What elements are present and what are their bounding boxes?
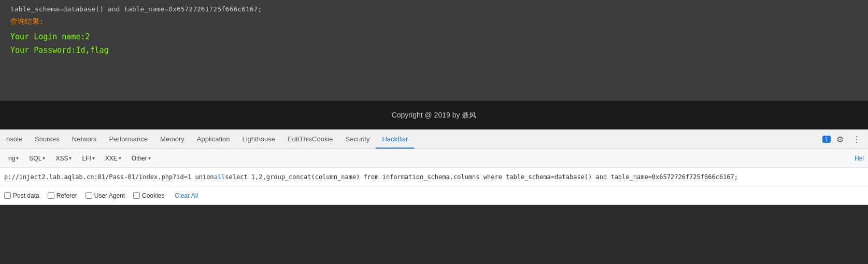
hackbar-other-btn[interactable]: Other ▾ [127, 153, 155, 164]
referer-checkbox-label[interactable]: Referer [48, 192, 77, 199]
referer-label: Referer [56, 192, 77, 199]
notification-badge: 1 [822, 136, 831, 143]
tab-hackbar[interactable]: HackBar [376, 130, 414, 149]
hackbar-xss-btn[interactable]: XSS ▾ [51, 153, 76, 164]
chevron-down-icon: ▾ [16, 155, 19, 161]
url-suffix: select 1,2,group_concat(column_name) fro… [225, 173, 738, 181]
tab-security[interactable]: Security [339, 130, 376, 149]
chevron-down-icon: ▾ [119, 155, 121, 161]
tab-editthiscookie[interactable]: EditThisCookie [281, 130, 339, 149]
clear-all-button[interactable]: Clear All [175, 192, 198, 199]
cookies-checkbox[interactable] [133, 192, 140, 199]
more-icon: ⋮ [852, 135, 861, 144]
referer-checkbox[interactable] [48, 192, 54, 199]
post-data-row: Post data Referer User Agent Cookies Cle… [0, 186, 868, 205]
settings-button[interactable]: ⚙ [833, 132, 847, 146]
post-data-checkbox-label[interactable]: Post data [4, 192, 39, 199]
settings-icon: ⚙ [836, 135, 844, 144]
login-info: Your Login name:2 Your Password:Id,flag [10, 31, 858, 57]
login-name: Your Login name:2 [10, 31, 858, 44]
user-agent-label: User Agent [94, 192, 125, 199]
hackbar-load-btn[interactable]: ng ▾ [4, 153, 23, 164]
user-agent-checkbox[interactable] [86, 192, 92, 199]
tab-application[interactable]: Application [191, 130, 236, 149]
hackbar-xxe-btn[interactable]: XXE ▾ [101, 153, 125, 164]
main-content-area: table_schema=database() and table_name=0… [0, 0, 868, 101]
url-keyword-all: all [214, 173, 225, 181]
url-prefix: p://inject2.lab.aqlab.cn:81/Pass-01/inde… [4, 173, 214, 181]
tab-sources[interactable]: Sources [29, 130, 66, 149]
tab-performance[interactable]: Performance [103, 130, 153, 149]
tab-network[interactable]: Network [66, 130, 103, 149]
login-password: Your Password:Id,flag [10, 44, 858, 57]
tab-lighthouse[interactable]: Lighthouse [236, 130, 281, 149]
tab-memory[interactable]: Memory [154, 130, 191, 149]
hackbar-lfi-btn[interactable]: LFI ▾ [78, 153, 98, 164]
hackbar-sql-btn[interactable]: SQL ▾ [25, 153, 49, 164]
post-data-label: Post data [13, 192, 39, 199]
query-result-label: 查询结果: [10, 17, 858, 26]
copyright-bar: Copyright @ 2019 by 聂风 [0, 101, 868, 129]
chevron-down-icon: ▾ [42, 155, 45, 161]
hackbar-help-btn[interactable]: Hel [855, 155, 864, 162]
more-options-button[interactable]: ⋮ [849, 132, 864, 146]
cookies-checkbox-label[interactable]: Cookies [133, 192, 164, 199]
url-input-bar[interactable]: p://inject2.lab.aqlab.cn:81/Pass-01/inde… [0, 168, 868, 186]
code-line: table_schema=database() and table_name=0… [10, 5, 858, 13]
post-data-checkbox[interactable] [4, 192, 11, 199]
user-agent-checkbox-label[interactable]: User Agent [86, 192, 125, 199]
hackbar-toolbar: ng ▾ SQL ▾ XSS ▾ LFI ▾ XXE ▾ Other ▾ Hel [0, 149, 868, 168]
chevron-down-icon: ▾ [92, 155, 95, 161]
cookies-label: Cookies [142, 192, 164, 199]
chevron-down-icon: ▾ [148, 155, 151, 161]
tab-console[interactable]: nsole [0, 130, 29, 149]
devtools-tab-bar: nsole Sources Network Performance Memory… [0, 129, 868, 149]
chevron-down-icon: ▾ [69, 155, 72, 161]
copyright-text: Copyright @ 2019 by 聂风 [392, 111, 477, 120]
devtools-right-controls: 1 ⚙ ⋮ [818, 130, 868, 149]
